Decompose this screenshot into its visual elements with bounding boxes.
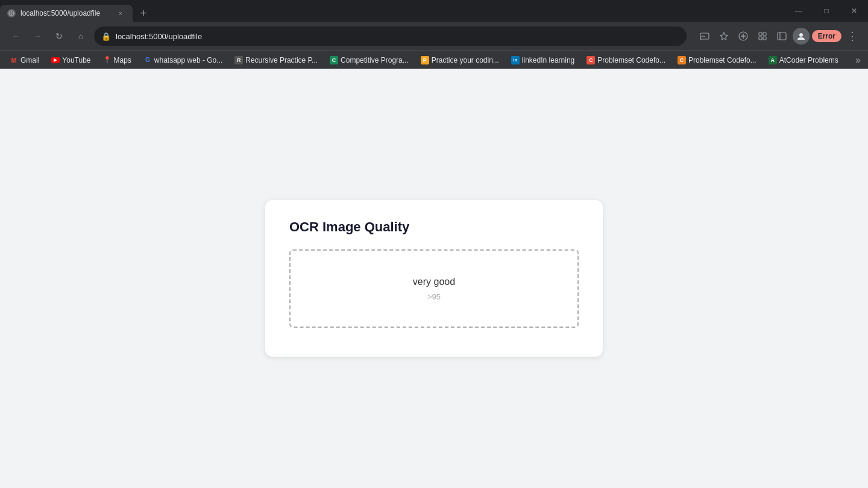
quality-score: >95 bbox=[427, 292, 441, 301]
bookmark-maps[interactable]: 📍 Maps bbox=[98, 54, 136, 66]
bookmark-practice[interactable]: P Practice your codin... bbox=[416, 54, 504, 66]
bookmark-atcoder-label: AtCoder Problems bbox=[779, 56, 838, 64]
bookmark-gmail[interactable]: M Gmail bbox=[5, 54, 44, 66]
bookmark-whatsapp-label: whatsapp web - Go... bbox=[154, 56, 222, 64]
bookmark-recursive-label: Recursive Practice P... bbox=[245, 56, 318, 64]
back-button[interactable]: ← bbox=[7, 28, 24, 45]
youtube-favicon: ▶ bbox=[51, 57, 60, 63]
maps-favicon: 📍 bbox=[103, 56, 112, 64]
ocr-quality-card: OCR Image Quality very good >95 bbox=[265, 200, 603, 357]
extensions-button[interactable] bbox=[754, 28, 771, 45]
window-controls: — □ ✕ bbox=[785, 2, 868, 22]
svg-rect-11 bbox=[759, 37, 762, 40]
linkedin-favicon: in bbox=[511, 56, 520, 64]
error-badge[interactable]: Error bbox=[812, 30, 841, 42]
bookmark-practice-label: Practice your codin... bbox=[432, 56, 499, 64]
address-bar-area: ← → ↻ ⌂ 🔒 localhost:5000/uploadfile bbox=[0, 22, 868, 51]
add-button[interactable] bbox=[735, 28, 752, 45]
bookmark-atcoder[interactable]: A AtCoder Problems bbox=[764, 54, 843, 66]
svg-rect-3 bbox=[700, 33, 709, 39]
cast-button[interactable] bbox=[696, 28, 713, 45]
bookmark-youtube[interactable]: ▶ YouTube bbox=[46, 54, 95, 66]
refresh-button[interactable]: ↻ bbox=[51, 28, 68, 45]
bookmark-linkedin[interactable]: in linkedIn learning bbox=[506, 54, 579, 66]
address-text: localhost:5000/uploadfile bbox=[116, 32, 679, 41]
secure-icon: 🔒 bbox=[101, 32, 111, 41]
tab-close-button[interactable]: × bbox=[116, 8, 125, 18]
bookmark-codeforces2-label: Problemset Codefo... bbox=[688, 56, 756, 64]
bookmark-gmail-label: Gmail bbox=[20, 56, 39, 64]
bookmarks-more-button[interactable]: » bbox=[853, 55, 863, 66]
browser-chrome: localhost:5000/uploadfile × + — □ ✕ ← → … bbox=[0, 0, 868, 69]
svg-marker-5 bbox=[720, 33, 728, 40]
bookmark-competitive[interactable]: C Competitive Progra... bbox=[325, 54, 414, 66]
sidebar-button[interactable] bbox=[773, 28, 790, 45]
codeforces2-favicon: C bbox=[678, 56, 686, 64]
close-button[interactable]: ✕ bbox=[840, 2, 868, 19]
svg-rect-12 bbox=[763, 37, 766, 40]
svg-rect-9 bbox=[759, 33, 762, 36]
bookmarks-bar: M Gmail ▶ YouTube 📍 Maps G whatsapp web … bbox=[0, 51, 868, 69]
tab-title: localhost:5000/uploadfile bbox=[20, 9, 111, 17]
competitive-favicon: C bbox=[330, 56, 338, 64]
bookmark-linkedin-label: linkedIn learning bbox=[522, 56, 574, 64]
bookmark-codeforces1-label: Problemset Codefo... bbox=[597, 56, 665, 64]
bookmark-youtube-label: YouTube bbox=[62, 56, 90, 64]
tab-bar: localhost:5000/uploadfile × + — □ ✕ bbox=[0, 0, 868, 22]
forward-button[interactable]: → bbox=[29, 28, 46, 45]
bookmark-codeforces2[interactable]: C Problemset Codefo... bbox=[673, 54, 761, 66]
bookmark-codeforces1[interactable]: C Problemset Codefo... bbox=[582, 54, 670, 66]
maximize-button[interactable]: □ bbox=[813, 2, 840, 19]
tab-favicon bbox=[7, 9, 16, 17]
card-title: OCR Image Quality bbox=[289, 219, 579, 235]
practice-favicon: P bbox=[421, 56, 429, 64]
codeforces1-favicon: C bbox=[587, 56, 595, 64]
address-bar[interactable]: 🔒 localhost:5000/uploadfile bbox=[94, 27, 687, 46]
gmail-favicon: M bbox=[10, 56, 18, 64]
active-tab[interactable]: localhost:5000/uploadfile × bbox=[0, 5, 133, 22]
profile-button[interactable] bbox=[793, 28, 810, 45]
minimize-button[interactable]: — bbox=[785, 2, 813, 19]
svg-point-4 bbox=[700, 39, 701, 40]
page-content: OCR Image Quality very good >95 bbox=[0, 69, 868, 488]
bookmark-star-button[interactable] bbox=[715, 28, 732, 45]
drop-zone[interactable]: very good >95 bbox=[289, 249, 579, 328]
whatsapp-favicon: G bbox=[143, 56, 152, 64]
bookmark-recursive[interactable]: R Recursive Practice P... bbox=[230, 54, 322, 66]
bookmark-maps-label: Maps bbox=[114, 56, 131, 64]
quality-label: very good bbox=[413, 277, 455, 287]
address-actions: Error ⋮ bbox=[696, 28, 861, 45]
new-tab-button[interactable]: + bbox=[135, 5, 152, 22]
bookmark-whatsapp[interactable]: G whatsapp web - Go... bbox=[139, 54, 227, 66]
svg-rect-13 bbox=[778, 33, 786, 40]
recursive-favicon: R bbox=[234, 56, 243, 64]
svg-rect-10 bbox=[763, 33, 766, 36]
more-button[interactable]: ⋮ bbox=[844, 28, 861, 45]
home-button[interactable]: ⌂ bbox=[72, 28, 89, 45]
svg-point-15 bbox=[799, 33, 803, 37]
bookmark-competitive-label: Competitive Progra... bbox=[341, 56, 409, 64]
atcoder-favicon: A bbox=[769, 56, 777, 64]
